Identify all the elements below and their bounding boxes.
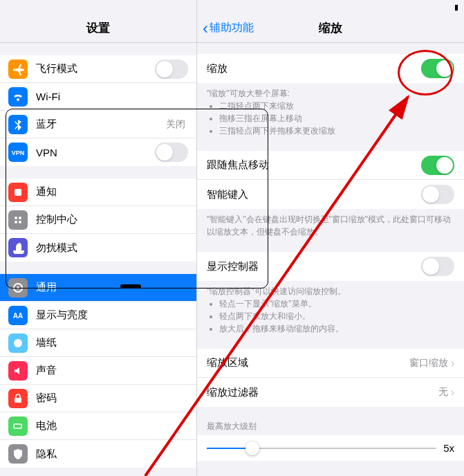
wallpaper-icon <box>8 333 28 353</box>
zoom-region-row[interactable]: 缩放区域 窗口缩放 › <box>197 349 464 378</box>
svg-point-2 <box>15 217 17 219</box>
sidebar-item-airplane[interactable]: 飞行模式 <box>0 55 196 83</box>
general-icon <box>8 278 28 298</box>
wifi-icon <box>8 87 28 107</box>
chevron-left-icon: ‹ <box>203 19 208 38</box>
sidebar-label: 墙纸 <box>36 336 188 349</box>
svg-point-4 <box>15 221 17 223</box>
annotation-pill <box>120 284 141 289</box>
max-level-slider[interactable] <box>207 448 436 449</box>
sidebar-label: Wi-Fi <box>36 91 185 102</box>
smart-type-label: 智能键入 <box>207 188 421 201</box>
control-icon <box>8 210 28 230</box>
sidebar-item-wifi[interactable]: Wi-Fi <box>0 83 196 111</box>
airplane-toggle[interactable] <box>155 60 188 79</box>
chevron-right-icon: › <box>451 357 454 369</box>
max-level-value: 5x <box>443 442 454 454</box>
svg-rect-11 <box>14 424 21 428</box>
privacy-icon <box>8 444 28 464</box>
sidebar-item-general[interactable]: 通用 <box>0 274 196 302</box>
show-controller-row[interactable]: 显示控制器 <box>197 252 464 281</box>
svg-rect-10 <box>15 398 21 403</box>
show-controller-toggle[interactable] <box>421 257 454 276</box>
battery-icon <box>8 416 28 436</box>
sidebar-item-battery[interactable]: 电池 <box>0 412 196 440</box>
vpn-toggle[interactable] <box>155 143 188 162</box>
svg-point-9 <box>14 339 22 347</box>
sidebar-label: 电池 <box>36 419 188 432</box>
sidebar-label: VPN <box>36 147 155 158</box>
sidebar-item-bluetooth[interactable]: 蓝牙 关闭 <box>0 111 196 138</box>
controller-description: "缩放控制器"可以快速访问缩放控制。 轻点一下显示"缩放"菜单。 轻点两下来放大… <box>197 281 464 338</box>
sound-icon <box>8 361 28 381</box>
sidebar-label: 显示与亮度 <box>36 309 188 322</box>
sidebar-label: 密码 <box>36 392 188 405</box>
chevron-right-icon: › <box>451 386 454 399</box>
max-level-header: 最高放大级别 <box>197 418 464 435</box>
follow-focus-toggle[interactable] <box>421 156 454 175</box>
bluetooth-icon <box>8 115 28 134</box>
right-header: ‹ 辅助功能 缩放 <box>197 14 464 43</box>
detail-pane: ▮ ‹ 辅助功能 缩放 缩放 "缩放"可放大整个屏幕: 二指轻点两下来缩放 拖移… <box>197 0 464 476</box>
zoom-row[interactable]: 缩放 <box>197 54 464 83</box>
settings-title: 设置 <box>86 20 110 36</box>
airplane-icon <box>8 60 28 79</box>
sidebar-item-vpn[interactable]: VPN VPN <box>0 138 196 166</box>
sidebar-item-control[interactable]: 控制中心 <box>0 206 196 234</box>
sidebar-label: 通知 <box>36 185 188 199</box>
smart-type-description: "智能键入"会在键盘出现时切换至"窗口缩放"模式，此处窗口可移动以缩放文本，但键… <box>197 209 464 241</box>
zoom-filter-value: 无 <box>438 386 448 399</box>
svg-point-7 <box>17 286 19 289</box>
dnd-icon <box>8 238 28 257</box>
left-header: 设置 <box>0 14 196 43</box>
sidebar-item-passcode[interactable]: 密码 <box>0 385 196 412</box>
sidebar-label: 通用 <box>36 281 188 294</box>
sidebar-label: 飞行模式 <box>36 62 155 75</box>
svg-text:AA: AA <box>13 312 23 320</box>
svg-rect-12 <box>21 425 22 427</box>
zoom-region-label: 缩放区域 <box>207 356 409 369</box>
sidebar-label: 隐私 <box>36 448 188 461</box>
display-icon: AA <box>8 306 28 325</box>
zoom-label: 缩放 <box>207 62 421 75</box>
max-level-slider-row[interactable]: 5x <box>197 435 464 461</box>
sidebar-label: 控制中心 <box>36 213 188 226</box>
sidebar-item-wallpaper[interactable]: 墙纸 <box>0 329 196 357</box>
smart-type-row[interactable]: 智能键入 <box>197 180 464 209</box>
passcode-icon <box>8 389 28 408</box>
settings-sidebar: 设置 飞行模式 Wi-Fi 蓝牙 关闭 VPN VPN <box>0 0 197 476</box>
status-bar-right: ▮ <box>197 0 464 14</box>
sidebar-item-privacy[interactable]: 隐私 <box>0 440 196 468</box>
sidebar-label: 声音 <box>36 364 188 377</box>
follow-focus-row[interactable]: 跟随焦点移动 <box>197 151 464 180</box>
show-controller-label: 显示控制器 <box>207 260 421 273</box>
sidebar-label: 勿扰模式 <box>36 241 188 255</box>
sidebar-label: 蓝牙 <box>36 118 166 131</box>
svg-text:VPN: VPN <box>12 149 24 156</box>
sidebar-item-display[interactable]: AA 显示与亮度 <box>0 302 196 329</box>
sidebar-item-dnd[interactable]: 勿扰模式 <box>0 234 196 262</box>
sidebar-item-notify[interactable]: 通知 <box>0 178 196 206</box>
sidebar-item-sound[interactable]: 声音 <box>0 357 196 385</box>
svg-rect-1 <box>15 189 21 196</box>
zoom-description: "缩放"可放大整个屏幕: 二指轻点两下来缩放 拖移三指在屏幕上移动 三指轻点两下… <box>197 83 464 140</box>
vpn-icon: VPN <box>8 143 28 162</box>
status-bar-left <box>0 0 196 14</box>
back-label: 辅助功能 <box>210 21 254 35</box>
battery-icon: ▮ <box>454 3 458 12</box>
zoom-region-value: 窗口缩放 <box>409 357 448 369</box>
zoom-filter-label: 缩放过滤器 <box>207 386 438 399</box>
zoom-filter-row[interactable]: 缩放过滤器 无 › <box>197 378 464 407</box>
back-button[interactable]: ‹ 辅助功能 <box>203 19 254 38</box>
svg-point-3 <box>19 217 21 219</box>
zoom-toggle[interactable] <box>421 59 454 78</box>
bluetooth-detail: 关闭 <box>166 118 185 131</box>
detail-title: 缩放 <box>319 20 342 36</box>
svg-point-5 <box>19 221 21 223</box>
smart-type-toggle[interactable] <box>421 185 454 204</box>
follow-focus-label: 跟随焦点移动 <box>207 158 421 172</box>
notify-icon <box>8 183 28 202</box>
